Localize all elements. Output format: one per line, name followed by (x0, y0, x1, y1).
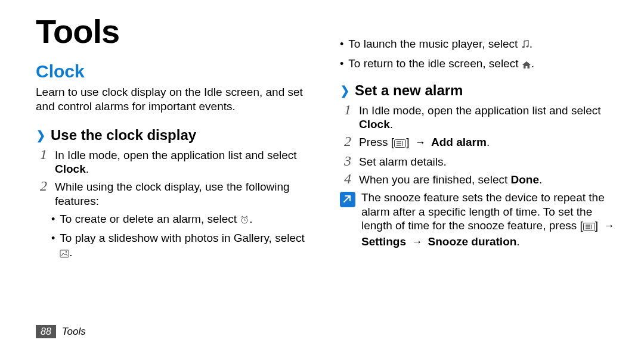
left-column: Tools Clock Learn to use clock display o… (36, 12, 316, 265)
step-text: When you are finished, select Done. (359, 173, 620, 187)
svg-line-4 (246, 216, 247, 217)
alarm-clock-icon (240, 214, 249, 228)
page-footer: 88 Tools (36, 325, 86, 338)
steps-set-alarm: 1 In Idle mode, open the application lis… (340, 104, 620, 187)
steps-use-clock: 1 In Idle mode, open the application lis… (36, 148, 316, 208)
gallery-icon (60, 247, 69, 261)
bullet-alarm: • To create or delete an alarm, select . (51, 212, 316, 228)
bullet-home: • To return to the idle screen, select . (340, 57, 620, 73)
subhead-label: Set a new alarm (355, 82, 463, 99)
step-number: 2 (36, 178, 51, 194)
subhead-use-clock-display: ❯ Use the clock display (36, 127, 316, 144)
feature-bullets-continued: • To launch the music player, select . •… (340, 37, 620, 73)
note-icon (340, 192, 355, 207)
subhead-set-new-alarm: ❯ Set a new alarm (340, 82, 620, 99)
menu-key-icon (583, 220, 595, 235)
step-2: 2 While using the clock display, use the… (36, 180, 316, 208)
home-icon (522, 58, 531, 73)
step-3: 3 Set alarm details. (340, 155, 620, 169)
columns: Tools Clock Learn to use clock display o… (36, 12, 614, 265)
step-text: In Idle mode, open the application list … (55, 148, 316, 177)
step-4: 4 When you are finished, select Done. (340, 173, 620, 187)
manual-page: Tools Clock Learn to use clock display o… (0, 0, 644, 349)
bullet-text: To return to the idle screen, select . (348, 57, 620, 73)
step-text: While using the clock display, use the f… (55, 180, 316, 208)
right-column: • To launch the music player, select . •… (340, 12, 620, 265)
bullet-slideshow: • To play a slideshow with photos in Gal… (51, 231, 316, 261)
bullet-dot: • (51, 232, 55, 245)
step-1: 1 In Idle mode, open the application lis… (36, 148, 316, 177)
step-number: 4 (340, 171, 355, 187)
bullet-text: To play a slideshow with photos in Galle… (60, 231, 316, 261)
chevron-icon: ❯ (340, 83, 349, 98)
svg-rect-5 (60, 250, 69, 257)
bullet-dot: • (340, 38, 343, 51)
feature-bullets: • To create or delete an alarm, select .… (51, 212, 316, 261)
step-number: 3 (340, 153, 355, 169)
menu-key-icon (394, 137, 406, 151)
chevron-icon: ❯ (36, 128, 45, 142)
svg-line-3 (242, 216, 243, 217)
page-number: 88 (36, 325, 56, 338)
footer-section-label: Tools (62, 326, 86, 338)
arrow-icon: → (415, 136, 426, 148)
section-title-clock: Clock (36, 61, 316, 82)
step-number: 1 (36, 147, 51, 163)
step-2: 2 Press [] → Add alarm. (340, 135, 620, 151)
svg-point-8 (526, 45, 528, 47)
step-number: 2 (340, 133, 355, 149)
bullet-text: To create or delete an alarm, select . (60, 212, 316, 228)
step-text: Press [] → Add alarm. (359, 135, 620, 151)
arrow-icon: → (603, 220, 614, 232)
step-1: 1 In Idle mode, open the application lis… (340, 104, 620, 132)
subhead-label: Use the clock display (51, 127, 196, 144)
section-intro: Learn to use clock display on the Idle s… (36, 85, 316, 114)
step-text: Set alarm details. (359, 155, 620, 169)
page-title: Tools (36, 12, 316, 51)
arrow-icon: → (411, 236, 422, 248)
note-text: The snooze feature sets the device to re… (361, 191, 620, 249)
step-number: 1 (340, 102, 355, 118)
bullet-dot: • (51, 213, 55, 226)
svg-marker-10 (522, 61, 531, 68)
bullet-text: To launch the music player, select . (348, 37, 620, 53)
bullet-dot: • (340, 58, 343, 70)
svg-point-6 (66, 251, 67, 253)
step-text: In Idle mode, open the application list … (359, 104, 620, 132)
music-note-icon (521, 39, 530, 53)
note-snooze: The snooze feature sets the device to re… (340, 191, 620, 249)
bullet-music: • To launch the music player, select . (340, 37, 620, 53)
